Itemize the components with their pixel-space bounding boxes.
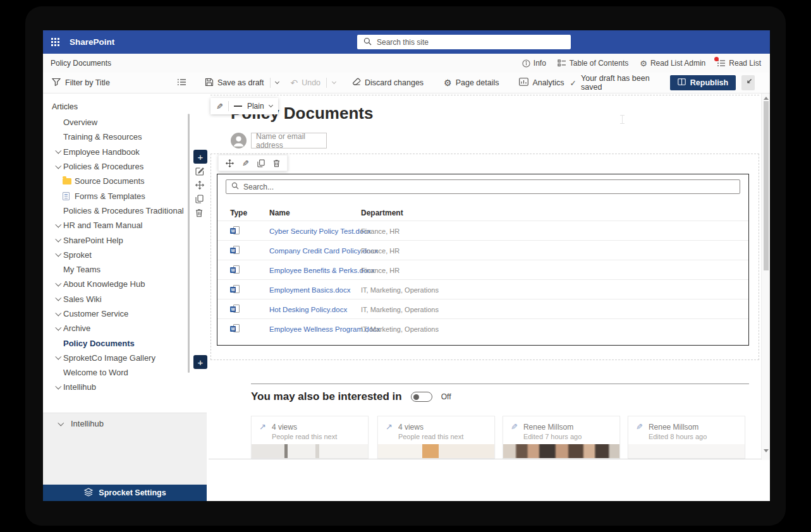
copy-webpart-icon[interactable] — [195, 195, 204, 203]
chevron-down-icon[interactable] — [56, 384, 61, 389]
filter-by-title[interactable]: Filter by Title — [52, 78, 110, 88]
sidebar-item-intellihub-bottom[interactable]: Intellihub — [43, 416, 207, 431]
page-details-button[interactable]: ⚙ Page details — [438, 73, 504, 93]
divider — [228, 101, 229, 111]
documents-search-input[interactable]: Search... — [226, 179, 740, 194]
breadcrumb-bar: Policy Documents Info Table of Contents … — [43, 54, 770, 73]
sidebar-item-intellihub[interactable]: Intellihub — [43, 380, 207, 394]
chevron-down-icon — [332, 80, 336, 84]
sidebar-item-hr-team-manual[interactable]: HR and Team Manual — [43, 218, 207, 233]
chevron-down-icon[interactable] — [56, 310, 61, 315]
delete-webpart-icon[interactable] — [195, 209, 204, 217]
chevron-down-icon[interactable] — [269, 103, 273, 107]
scroll-up-arrow-icon[interactable] — [764, 97, 769, 100]
chevron-down-icon[interactable] — [58, 420, 64, 425]
card-thumbnail — [252, 444, 368, 459]
chevron-down-icon[interactable] — [56, 221, 61, 227]
author-input[interactable]: Name or email address — [251, 133, 327, 148]
word-document-icon: W — [230, 284, 240, 294]
undo-dropdown-button[interactable] — [327, 73, 341, 93]
copy-webpart-icon[interactable] — [257, 159, 265, 167]
read-list-button[interactable]: Read List — [717, 59, 761, 68]
document-icon — [63, 192, 70, 200]
sidebar-item-policies-traditional[interactable]: Policies & Procedures Traditional — [43, 203, 207, 218]
info-icon — [522, 59, 530, 68]
word-document-icon: W — [230, 245, 240, 255]
document-department: IT, Marketing, Operations — [361, 319, 439, 339]
sidebar-item-archive[interactable]: Archive — [43, 321, 207, 336]
chevron-down-icon[interactable] — [56, 295, 61, 301]
table-row: W Hot Desking Policy.docx IT, Marketing,… — [217, 299, 748, 318]
gear-icon: ⚙ — [640, 59, 647, 68]
breadcrumb: Policy Documents — [51, 59, 111, 68]
vertical-scrollbar[interactable] — [761, 94, 770, 460]
add-section-button[interactable]: + — [193, 150, 207, 164]
chevron-down-icon[interactable] — [56, 324, 61, 330]
suite-bar: SharePoint Search this site — [43, 30, 770, 54]
app-launcher-waffle-icon[interactable] — [51, 38, 59, 46]
site-search-input[interactable]: Search this site — [357, 35, 571, 49]
undo-button[interactable]: ↶ Undo — [284, 73, 326, 93]
related-toggle[interactable] — [411, 392, 432, 402]
document-link[interactable]: Cyber Security Policy Test.docx — [269, 221, 371, 241]
nav-outline-toggle-icon[interactable] — [177, 77, 186, 88]
related-card[interactable]: ✎ Renee MillsomEdited 7 hours ago — [503, 416, 620, 459]
sidebar-scrollbar-thumb[interactable] — [188, 114, 190, 373]
pencil-icon: ✎ — [511, 423, 518, 432]
document-link[interactable]: Employment Basics.docx — [269, 280, 350, 299]
move-webpart-icon[interactable] — [226, 159, 234, 167]
search-placeholder: Search this site — [377, 38, 429, 47]
republish-button[interactable]: Republish — [670, 75, 736, 90]
chevron-down-icon[interactable] — [56, 148, 61, 154]
app-name[interactable]: SharePoint — [70, 37, 114, 47]
chevron-down-icon[interactable] — [56, 236, 61, 242]
analytics-button[interactable]: Analytics — [513, 73, 570, 93]
document-link[interactable]: Hot Desking Policy.docx — [269, 299, 347, 319]
sidebar-item-overview[interactable]: Overview — [43, 115, 207, 130]
delete-webpart-icon[interactable] — [273, 159, 280, 167]
discard-changes-button[interactable]: Discard changes — [346, 73, 429, 93]
sidebar-item-customer-service[interactable]: Customer Service — [43, 306, 207, 321]
edit-webpart-icon[interactable] — [195, 167, 204, 176]
author-avatar[interactable] — [231, 133, 247, 148]
sidebar-item-sproket[interactable]: Sproket — [43, 248, 207, 262]
scrollbar-thumb[interactable] — [764, 101, 769, 270]
trending-up-icon: ↗ — [259, 423, 266, 432]
chevron-down-icon[interactable] — [56, 354, 61, 360]
chevron-down-icon[interactable] — [56, 281, 61, 286]
sidebar-item-training-resources[interactable]: Training & Resources — [43, 130, 207, 144]
sidebar-item-about-knowledge-hub[interactable]: About Knowledge Hub — [43, 277, 207, 291]
sidebar-item-sales-wiki[interactable]: Sales Wiki — [43, 292, 207, 306]
layout-style-dropdown[interactable]: Plain — [247, 102, 264, 111]
info-button[interactable]: Info — [522, 59, 546, 68]
sidebar-item-forms-templates[interactable]: Forms & Templates — [43, 188, 207, 203]
related-card[interactable]: ✎ Renee MillsomEdited 8 hours ago — [628, 416, 745, 459]
sidebar-item-welcome-to-word[interactable]: Welcome to Word — [43, 365, 207, 380]
sidebar-item-sharepoint-help[interactable]: SharePoint Help — [43, 233, 207, 247]
sidebar-item-source-documents[interactable]: Source Documents — [43, 174, 207, 188]
sprocket-settings-button[interactable]: Sprocket Settings — [43, 485, 207, 501]
sidebar-item-sproketco-image-gallery[interactable]: SproketCo Image Gallery — [43, 351, 207, 365]
document-link[interactable]: Employee Benefits & Perks.docx — [269, 260, 375, 280]
scroll-down-arrow-icon[interactable] — [764, 449, 769, 452]
related-card[interactable]: ↗ 4 viewsPeople read this next — [377, 416, 495, 459]
table-of-contents-button[interactable]: Table of Contents — [558, 59, 628, 68]
chevron-down-icon[interactable] — [56, 162, 61, 168]
save-as-draft-button[interactable]: Save as draft — [199, 73, 270, 93]
read-list-admin-button[interactable]: ⚙ Read List Admin — [640, 59, 705, 68]
sidebar-item-policies-procedures[interactable]: Policies & Procedures — [43, 159, 207, 174]
chevron-down-icon[interactable] — [56, 251, 61, 257]
save-dropdown-button[interactable] — [270, 73, 284, 93]
text-cursor — [622, 115, 623, 124]
sidebar-item-employee-handbook[interactable]: Employee Handbook — [43, 145, 207, 159]
sidebar-navigation: Articles Overview Training & Resources E… — [43, 94, 207, 413]
edit-webpart-icon[interactable]: ✎ — [242, 159, 249, 167]
move-webpart-icon[interactable] — [195, 181, 204, 190]
collapse-button[interactable] — [741, 75, 755, 90]
sidebar-item-my-teams[interactable]: My Teams — [43, 262, 207, 277]
add-section-button-lower[interactable]: + — [193, 355, 207, 369]
sidebar-item-policy-documents[interactable]: Policy Documents — [43, 336, 207, 350]
related-card[interactable]: ↗ 4 viewsPeople read this next — [251, 416, 369, 459]
edit-title-icon[interactable]: ✎ — [216, 102, 223, 111]
document-department: Finance, HR — [361, 221, 399, 241]
